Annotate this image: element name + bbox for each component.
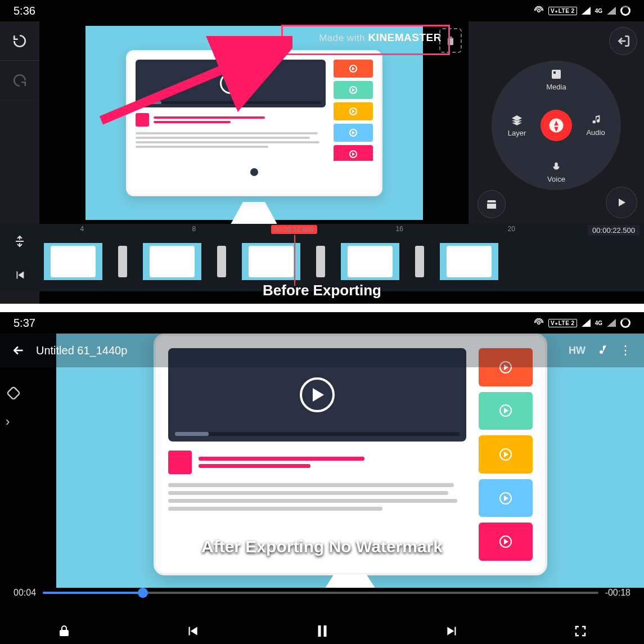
- timeline-ruler: 4 8 16 20 00:00:12.808: [39, 224, 548, 235]
- ruler-tick: 4: [80, 225, 84, 233]
- fullscreen-button[interactable]: [574, 624, 587, 638]
- wheel-voice[interactable]: Voice: [537, 161, 576, 183]
- shutter-record-button[interactable]: [541, 110, 572, 141]
- seek-bar-row: 00:04 -00:18: [13, 588, 631, 598]
- more-menu-button[interactable]: ⋮: [619, 343, 633, 358]
- ruler-tick: 16: [396, 225, 403, 233]
- status-time: 5:36: [13, 4, 35, 17]
- status-bar: 5:37 V∘LTE 2 4G: [0, 312, 644, 334]
- status-time: 5:37: [13, 317, 35, 330]
- hotspot-icon: [534, 318, 544, 328]
- playhead-timecode: 00:00:12.808: [271, 225, 317, 234]
- elapsed-time: 00:04: [13, 588, 36, 598]
- wheel-audio[interactable]: Audio: [576, 114, 615, 137]
- clip-handle[interactable]: [118, 246, 127, 277]
- seek-bar[interactable]: [43, 592, 598, 594]
- status-icons: V∘LTE 2 4G: [534, 317, 631, 330]
- svg-rect-7: [553, 71, 556, 74]
- volte-badge: V∘LTE 2: [548, 7, 577, 15]
- clip-thumbnail[interactable]: [44, 243, 102, 280]
- video-title: Untitled 61_1440p: [36, 344, 127, 357]
- player-header: Untitled 61_1440p HW ⋮: [0, 334, 644, 367]
- clip-handle[interactable]: [217, 246, 226, 277]
- exit-button[interactable]: [609, 27, 637, 55]
- player-side-controls: ›: [6, 385, 21, 429]
- signal-icon-2: [607, 317, 616, 330]
- wheel-layer[interactable]: Layer: [497, 114, 537, 137]
- status-bar: 5:36 V∘LTE 2 4G: [0, 0, 644, 21]
- annotation-caption: After Exporting No Watermark: [201, 537, 443, 556]
- mock-player: [136, 60, 326, 107]
- status-icons: V∘LTE 2 4G: [534, 4, 631, 17]
- expand-side-button[interactable]: ›: [6, 415, 21, 429]
- back-button[interactable]: [11, 343, 26, 358]
- fg-label: 4G: [595, 8, 602, 14]
- timeline[interactable]: 4 8 16 20 00:00:12.808 00:00:22.500: [0, 224, 644, 291]
- clip-handle[interactable]: [316, 246, 325, 277]
- svg-point-9: [538, 322, 541, 325]
- signal-icon: [582, 4, 591, 17]
- store-button[interactable]: [478, 190, 506, 218]
- loading-icon: [620, 318, 631, 328]
- seek-knob[interactable]: [138, 588, 148, 598]
- clip-thumbnail[interactable]: [143, 243, 201, 280]
- svg-rect-10: [7, 386, 20, 399]
- player-controls: 00:04 -00:18: [0, 588, 644, 644]
- svg-rect-6: [552, 70, 561, 79]
- svg-rect-12: [323, 625, 326, 637]
- ruler-tick: 8: [192, 225, 196, 233]
- next-button[interactable]: [445, 624, 460, 638]
- clip-handle[interactable]: [415, 246, 424, 277]
- ruler-tick: 20: [508, 225, 515, 233]
- jump-start-button[interactable]: [13, 269, 26, 281]
- fg-label: 4G: [595, 320, 602, 326]
- wheel-media[interactable]: Media: [537, 67, 576, 91]
- previous-button[interactable]: [185, 624, 200, 638]
- right-panel: Media Layer Audio Voice: [469, 21, 644, 224]
- lock-button[interactable]: [57, 624, 71, 638]
- spacer: [0, 100, 39, 225]
- video-player: 5:37 V∘LTE 2 4G: [0, 312, 644, 644]
- annotation-highlight: [281, 25, 450, 55]
- redo-button[interactable]: [0, 61, 39, 100]
- pause-button[interactable]: [314, 623, 331, 640]
- clip-thumbnail[interactable]: [341, 243, 399, 280]
- kinemaster-editor: 5:36 V∘LTE 2 4G: [0, 0, 644, 304]
- playhead[interactable]: [294, 235, 295, 286]
- expand-timeline-icon[interactable]: [13, 235, 26, 248]
- signal-icon-2: [607, 4, 616, 17]
- signal-icon: [582, 317, 591, 330]
- undo-button[interactable]: [0, 21, 39, 61]
- rotate-button[interactable]: [6, 385, 21, 401]
- clip-thumbnail[interactable]: [242, 243, 300, 280]
- svg-rect-11: [318, 625, 321, 637]
- preview-play-button[interactable]: [606, 187, 637, 218]
- hw-decoder-toggle[interactable]: HW: [569, 345, 586, 357]
- svg-point-0: [538, 10, 541, 12]
- annotation-caption: Before Exporting: [263, 282, 381, 299]
- timeline-clips[interactable]: [39, 236, 644, 287]
- audio-track-button[interactable]: [596, 344, 609, 357]
- total-duration: 00:00:22.500: [588, 225, 640, 236]
- clip-thumbnail[interactable]: [440, 243, 498, 280]
- preview-content: [126, 50, 382, 224]
- volte-badge: V∘LTE 2: [548, 319, 577, 327]
- timeline-left-tools: [0, 224, 39, 291]
- remaining-time: -00:18: [605, 588, 631, 598]
- hotspot-icon: [534, 6, 544, 16]
- edit-wheel: Media Layer Audio Voice: [492, 61, 621, 190]
- loading-icon: [620, 6, 631, 16]
